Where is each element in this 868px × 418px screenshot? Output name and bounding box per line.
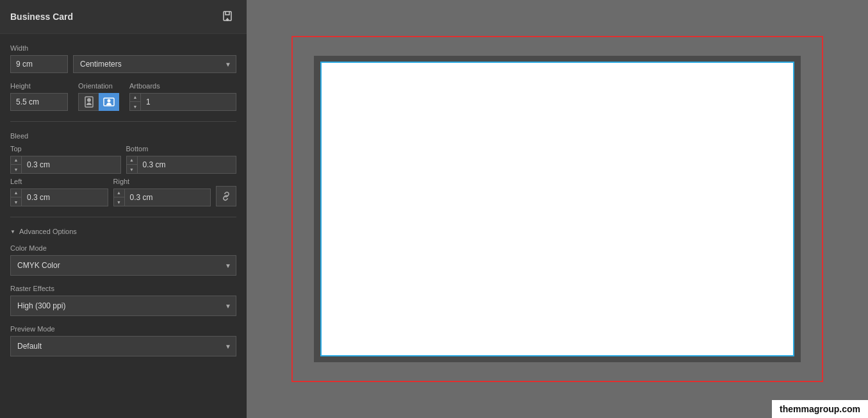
bleed-top-label: Top (10, 145, 121, 153)
left-panel: Business Card Width Centimeters Inches (0, 0, 247, 418)
bleed-top-value: 0.3 cm (22, 160, 55, 169)
svg-point-2 (87, 98, 91, 102)
portrait-icon (84, 96, 94, 108)
width-label: Width (10, 44, 236, 52)
bleed-left-down[interactable]: ▼ (11, 197, 21, 206)
bleed-section: Bleed Top ▲ ▼ 0.3 cm (10, 132, 236, 206)
landscape-button[interactable] (99, 93, 119, 111)
orientation-section: Orientation (78, 82, 119, 111)
artboards-down-button[interactable]: ▼ (130, 102, 140, 111)
unit-select-wrap: Centimeters Inches Pixels Millimeters Po… (73, 55, 236, 73)
canvas-content (314, 56, 801, 362)
bleed-label: Bleed (10, 132, 236, 140)
bleed-top-input-wrap: ▲ ▼ 0.3 cm (10, 156, 121, 174)
portrait-button[interactable] (78, 93, 99, 111)
bleed-right-input-wrap: ▲ ▼ 0.3 cm (113, 188, 211, 206)
bleed-left-right-row: Left ▲ ▼ 0.3 cm Right (10, 178, 236, 206)
bleed-left-up[interactable]: ▲ (11, 188, 21, 197)
orientation-buttons (78, 93, 119, 111)
preview-select[interactable]: Default Pixel Overprint (10, 336, 236, 356)
height-section: Height (10, 82, 68, 111)
bleed-right-label: Right (113, 178, 211, 185)
width-section: Width Centimeters Inches Pixels Millimet… (10, 44, 236, 73)
canvas-area: themmagroup.com (247, 0, 868, 418)
width-group: Centimeters Inches Pixels Millimeters Po… (10, 55, 236, 73)
svg-point-4 (108, 99, 111, 103)
raster-dropdown: High (300 ppi) Medium (150 ppi) Screen (… (10, 296, 236, 316)
bleed-top-bottom-row: Top ▲ ▼ 0.3 cm Bottom (10, 145, 236, 174)
bleed-bottom-input-wrap: ▲ ▼ 0.3 cm (126, 156, 237, 174)
watermark: themmagroup.com (772, 400, 868, 418)
panel-header: Business Card (0, 0, 247, 34)
bleed-right-value: 0.3 cm (125, 193, 158, 202)
bleed-top-field: Top ▲ ▼ 0.3 cm (10, 145, 121, 174)
artboards-stepper: ▲ ▼ 1 (129, 93, 236, 111)
bleed-left-field: Left ▲ ▼ 0.3 cm (10, 178, 108, 206)
save-icon (221, 10, 234, 23)
bleed-left-arrows: ▲ ▼ (11, 188, 22, 206)
artboards-label: Artboards (129, 82, 236, 90)
bleed-bottom-arrows: ▲ ▼ (127, 156, 138, 174)
width-input[interactable] (10, 55, 68, 73)
bleed-right-arrows: ▲ ▼ (114, 188, 125, 206)
advanced-toggle-label: Advanced Options (19, 228, 77, 235)
bleed-bottom-value: 0.3 cm (138, 160, 171, 169)
bleed-bottom-down[interactable]: ▼ (127, 165, 137, 174)
bleed-bottom-up[interactable]: ▲ (127, 156, 137, 165)
artboards-arrows: ▲ ▼ (130, 93, 141, 111)
unit-select[interactable]: Centimeters Inches Pixels Millimeters Po… (73, 55, 236, 73)
bleed-left-value: 0.3 cm (22, 193, 55, 202)
link-icon (221, 191, 231, 201)
bleed-left-label: Left (10, 178, 108, 185)
bleed-top-up[interactable]: ▲ (11, 156, 21, 165)
bleed-grid: Top ▲ ▼ 0.3 cm Bottom (10, 145, 236, 206)
divider-2 (10, 217, 236, 217)
bleed-right-down[interactable]: ▼ (114, 197, 124, 206)
advanced-toggle-arrow: ▼ (10, 229, 15, 235)
preview-section: Preview Mode Default Pixel Overprint ▼ (10, 325, 236, 356)
artboards-value: 1 (141, 97, 173, 106)
color-mode-section: Color Mode CMYK Color RGB Color ▼ (10, 244, 236, 276)
orientation-label: Orientation (78, 82, 119, 90)
bleed-top-down[interactable]: ▼ (11, 165, 21, 174)
bleed-right-field: Right ▲ ▼ 0.3 cm (113, 178, 211, 206)
bleed-bottom-field: Bottom ▲ ▼ 0.3 cm (126, 145, 237, 174)
artboards-up-button[interactable]: ▲ (130, 93, 140, 102)
panel-title: Business Card (10, 12, 73, 22)
raster-select[interactable]: High (300 ppi) Medium (150 ppi) Screen (… (10, 296, 236, 316)
artboard-shadow (314, 56, 801, 362)
hoa-row: Height Orientation (10, 82, 236, 111)
color-mode-dropdown: CMYK Color RGB Color ▼ (10, 255, 236, 276)
height-label: Height (10, 82, 68, 90)
advanced-toggle-button[interactable]: ▼ Advanced Options (10, 228, 236, 235)
bleed-bottom-label: Bottom (126, 145, 237, 153)
raster-section: Raster Effects High (300 ppi) Medium (15… (10, 285, 236, 316)
artboard-blue-border (320, 62, 794, 356)
bleed-right-up[interactable]: ▲ (114, 188, 124, 197)
color-mode-select[interactable]: CMYK Color RGB Color (10, 255, 236, 276)
color-mode-label: Color Mode (10, 244, 236, 252)
bleed-top-arrows: ▲ ▼ (11, 156, 22, 174)
width-input-wrap (10, 55, 68, 73)
artboards-section: Artboards ▲ ▼ 1 (129, 82, 236, 111)
bleed-left-input-wrap: ▲ ▼ 0.3 cm (10, 188, 108, 206)
link-bleed-button[interactable] (216, 186, 236, 206)
preview-label: Preview Mode (10, 325, 236, 333)
raster-label: Raster Effects (10, 285, 236, 292)
preview-dropdown: Default Pixel Overprint ▼ (10, 336, 236, 356)
divider-1 (10, 121, 236, 122)
save-button[interactable] (218, 8, 236, 26)
landscape-icon (103, 97, 115, 107)
height-input[interactable] (10, 93, 68, 111)
panel-body: Width Centimeters Inches Pixels Millimet… (0, 34, 247, 367)
